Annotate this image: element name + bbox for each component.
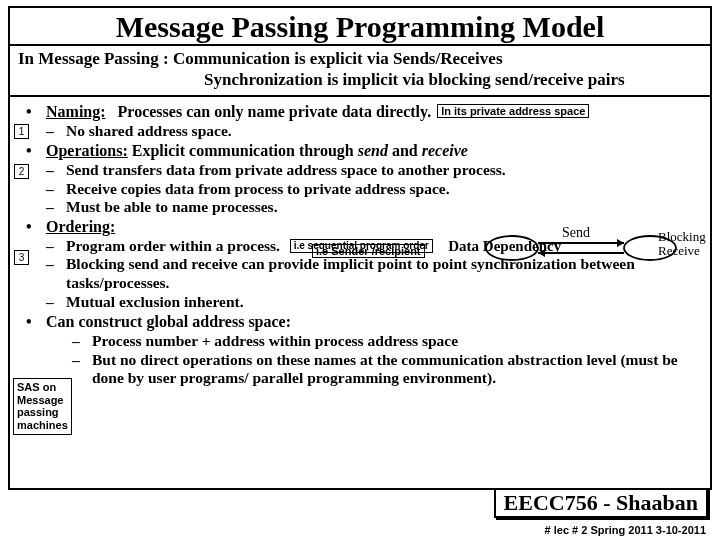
intro-line1: Communication is explicit via Sends/Rece… [173,49,503,68]
ordering-label: Ordering: [46,218,115,235]
sas-note-box: SAS on Message passing machines [13,378,72,435]
slide-title: Message Passing Programming Model [10,8,710,46]
naming-bullet: • Naming: Processes can only name privat… [46,103,702,121]
operations-bullet: • Operations: Explicit communication thr… [46,142,702,160]
construct-bullet: • Can construct global address space: [46,313,702,331]
footer-small-text: # lec # 2 Spring 2011 3-10-2011 [545,524,706,536]
construct-text: Can construct global address space: [46,313,291,330]
sender-recipient-box: i.e Sender /recipient [312,244,425,258]
naming-tag: In its private address space [437,104,589,118]
operations-sub2: –Receive copies data from process to pri… [46,180,702,199]
intro-block: In Message Passing : Communication is ex… [10,46,710,97]
operations-send: send [358,142,388,159]
svg-marker-5 [538,249,545,257]
operations-label: Operations: [46,142,128,159]
svg-marker-3 [617,239,624,247]
naming-label: Naming: [46,103,106,120]
construct-sub1: –Process number + address within process… [46,332,702,351]
operations-receive: receive [422,142,468,159]
ordering-sub3: –Mutual exclusion inherent. [46,293,702,312]
send-label: Send [562,225,590,241]
slide-frame: Message Passing Programming Model In Mes… [8,6,712,490]
operations-sub1: –Send transfers data from private addres… [46,161,702,180]
operations-sub3: –Must be able to name processes. [46,198,702,217]
operations-text-b: and [388,142,422,159]
construct-sub2: –But no direct operations on these names… [46,351,702,388]
naming-text: Processes can only name private data dir… [118,103,432,120]
operations-text-a: Explicit communication through [132,142,358,159]
naming-sub1: –No shared address space. [46,122,702,141]
svg-point-0 [486,236,538,260]
footer-course-box: EECC756 - Shaaban [494,488,708,518]
intro-line2: Synchronization is implicit via blocking… [18,69,702,90]
intro-prefix: In Message Passing : [18,49,169,68]
blocking-receive-label: Blocking Receive [658,230,706,257]
